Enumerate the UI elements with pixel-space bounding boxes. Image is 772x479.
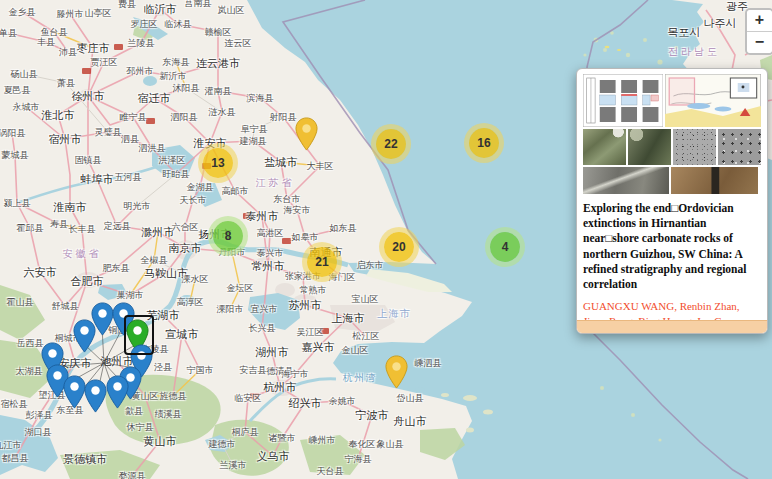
blue-map-pin[interactable] (84, 379, 107, 413)
marker-cluster[interactable]: 8 (213, 221, 243, 251)
gold-map-pin[interactable] (385, 355, 408, 389)
outcrop-photo-3 (583, 167, 669, 194)
map-canvas[interactable]: 临沂市枣庄市徐州市宿迁市淮北市宿州市连云港市淮安市盐城市蚌埠市淮南市滁州市南京市… (0, 0, 772, 479)
thin-section-micrograph-1 (673, 129, 716, 165)
stratigraphic-columns-figure (583, 74, 663, 127)
marker-cluster[interactable]: 16 (469, 128, 499, 158)
publication-popup: Exploring the end□Ordovician extinctions… (576, 68, 768, 334)
outcrop-photo-1 (583, 129, 626, 165)
outcrop-photo-2 (628, 129, 671, 165)
thin-section-micrograph-2 (718, 129, 761, 165)
marker-cluster[interactable]: 20 (384, 232, 414, 262)
zoom-control: + − (745, 8, 772, 55)
publication-authors: GUANGXU WANG, Renbin Zhan, Jiayu Rong, B… (583, 299, 761, 320)
gold-map-pin[interactable] (295, 117, 318, 151)
zoom-in-button[interactable]: + (747, 10, 772, 32)
publication-title: Exploring the end□Ordovician extinctions… (583, 201, 761, 292)
marker-cluster[interactable]: 4 (490, 232, 520, 262)
marker-cluster[interactable]: 13 (203, 148, 233, 178)
zoom-out-button[interactable]: − (747, 32, 772, 53)
geological-map-figure (665, 74, 761, 127)
blue-map-pin[interactable] (73, 319, 96, 353)
blue-map-pin[interactable] (106, 375, 129, 409)
marker-cluster[interactable]: 21 (307, 247, 337, 277)
outcrop-photo-4 (671, 167, 757, 194)
marker-cluster[interactable]: 22 (376, 129, 406, 159)
popup-footer-bar (577, 320, 767, 333)
blue-map-pin[interactable] (63, 375, 86, 409)
popup-content: Exploring the end□Ordovician extinctions… (577, 69, 767, 320)
